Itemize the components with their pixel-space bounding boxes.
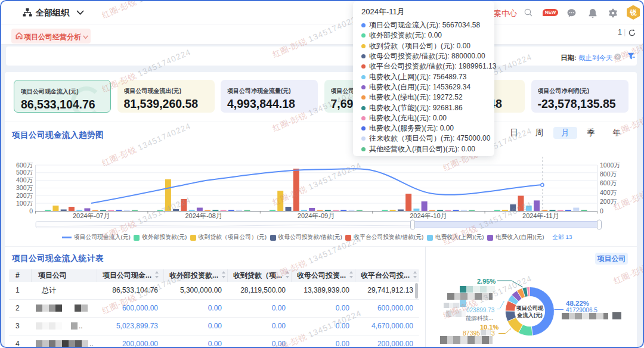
svg-text:2024年-08月: 2024年-08月 [185,212,222,219]
svg-text:2024年-10月: 2024年-10月 [410,212,447,219]
svg-text:800万: 800万 [600,170,617,178]
svg-text:2024年-09月: 2024年-09月 [298,212,335,219]
svg-text:0: 0 [29,207,33,215]
svg-text:400万: 400万 [600,189,617,196]
svg-text:600万: 600万 [600,179,617,187]
svg-text:400万: 400万 [16,176,33,184]
svg-text:金流入(元): 金流入(元) [516,312,543,318]
svg-text:0: 0 [600,207,603,215]
svg-text:2024年-07月: 2024年-07月 [73,212,110,219]
svg-text:项目公司现: 项目公司现 [516,305,544,311]
svg-text:500万: 500万 [16,169,33,176]
svg-text:300万: 300万 [16,184,33,191]
svg-text:200万: 200万 [16,192,33,199]
svg-text:600万: 600万 [16,161,33,169]
svg-text:200万: 200万 [600,198,617,205]
svg-text:2024年-11月: 2024年-11月 [522,212,559,219]
svg-text:100万: 100万 [16,200,33,207]
svg-text:1000万: 1000万 [600,161,620,169]
